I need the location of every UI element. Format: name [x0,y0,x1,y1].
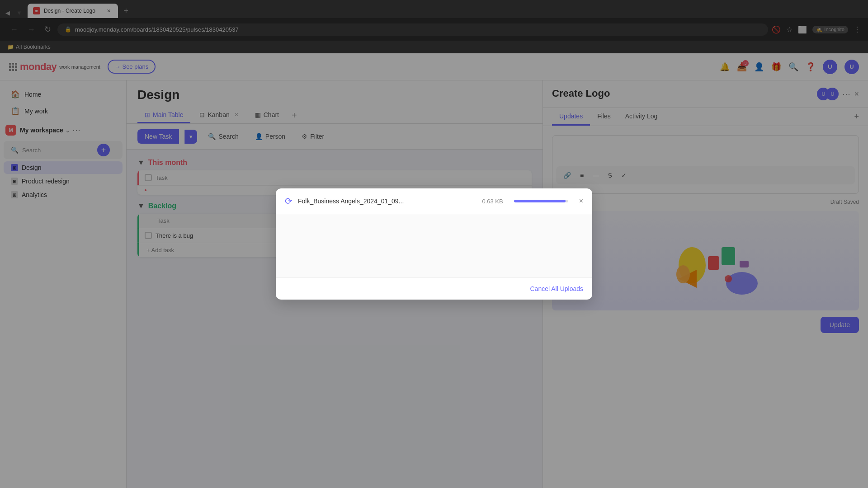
modal-overlay: ⟳ Folk_Business Angels_2024_01_09... 0.6… [0,0,868,488]
upload-progress-bar [514,200,568,202]
upload-filesize: 0.63 KB [482,198,503,205]
upload-cancel-row-button[interactable]: × [579,197,583,205]
cancel-all-uploads-button[interactable]: Cancel All Uploads [530,285,583,292]
upload-body [276,214,592,277]
upload-progress-fill [514,200,566,202]
upload-file-row: ⟳ Folk_Business Angels_2024_01_09... 0.6… [276,188,592,214]
upload-file-icon: ⟳ [285,196,292,206]
upload-filename: Folk_Business Angels_2024_01_09... [298,197,476,205]
upload-footer: Cancel All Uploads [276,277,592,300]
upload-dialog: ⟳ Folk_Business Angels_2024_01_09... 0.6… [276,188,592,300]
